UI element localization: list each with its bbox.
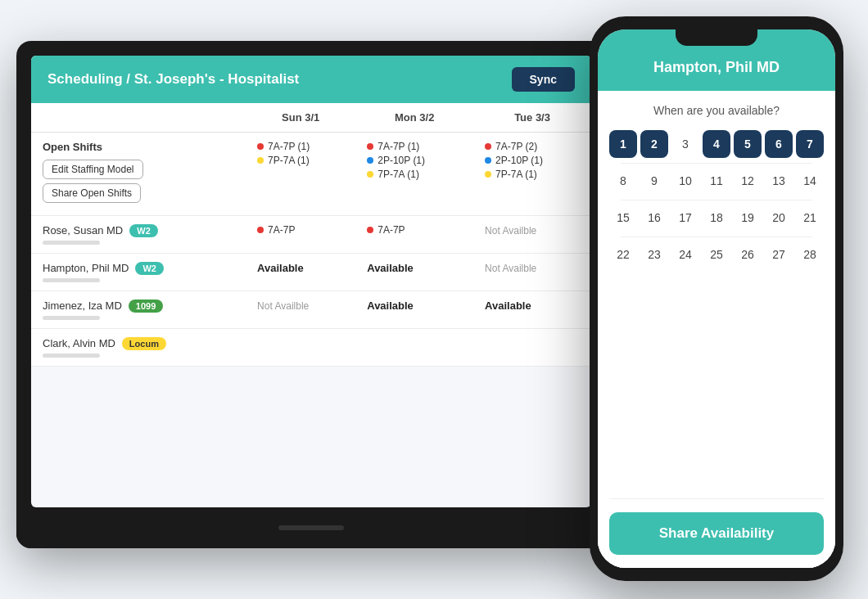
app-header: Scheduling / St. Joseph's - Hospitalist … [31, 56, 591, 103]
calendar-day[interactable]: 4 [703, 130, 730, 158]
shift-line: 2P-10P (1) [367, 155, 462, 166]
open-shifts-label: Open Shifts [43, 141, 234, 153]
calendar-week: 22232425262728 [609, 241, 824, 268]
calendar-day[interactable]: 28 [796, 241, 824, 268]
shift-line: 2P-10P (1) [485, 155, 580, 166]
calendar-day[interactable]: 6 [765, 130, 793, 158]
provider-row: Clark, Alvin MDLocum [31, 329, 591, 367]
provider-schedule-cell [355, 329, 473, 367]
available-label: Available [367, 262, 414, 274]
share-open-shifts-button[interactable]: Share Open Shifts [43, 183, 141, 203]
calendar-day[interactable]: 22 [609, 241, 637, 268]
phone-screen: Hampton, Phil MD When are you available?… [598, 29, 835, 568]
laptop-chin-bar [278, 525, 344, 530]
provider-name-cell: Jimenez, Iza MD1099 [31, 291, 246, 329]
yellow-dot-icon [367, 171, 373, 178]
red-dot-icon [485, 143, 491, 150]
shift-text: 7A-7P (1) [268, 141, 310, 152]
calendar-day[interactable]: 2 [640, 130, 668, 158]
provider-badge: Locum [122, 337, 166, 350]
app-title: Scheduling / St. Joseph's - Hospitalist [47, 71, 299, 88]
calendar-day[interactable]: 18 [703, 204, 730, 232]
name-bar [43, 316, 100, 320]
calendar-day[interactable]: 17 [671, 204, 699, 232]
calendar: 1234567891011121314151617181920212223242… [598, 124, 835, 495]
red-dot-icon [367, 227, 373, 233]
not-available-label: Not Availble [485, 225, 536, 236]
open-shifts-cell: Open Shifts Edit Staffing Model Share Op… [31, 133, 246, 216]
provider-name: Rose, Susan MD [43, 224, 123, 236]
shift-line: 7P-7A (1) [367, 169, 462, 180]
provider-name: Clark, Alvin MD [43, 337, 115, 349]
calendar-day[interactable]: 20 [765, 204, 793, 232]
available-label: Available [485, 300, 531, 312]
phone-notch [676, 29, 757, 46]
calendar-day[interactable]: 27 [765, 241, 793, 268]
yellow-dot-icon [485, 171, 491, 178]
schedule-table: Sun 3/1 Mon 3/2 Tue 3/3 Open Shifts Edit… [31, 103, 591, 367]
yellow-dot-icon [257, 157, 264, 164]
shift-line: 7A-7P (1) [367, 141, 462, 152]
shift-text: 7P-7A (1) [495, 169, 537, 180]
shift-text: 7P-7A (1) [268, 155, 310, 166]
col-mon: Mon 3/2 [355, 103, 473, 133]
blue-dot-icon [367, 157, 373, 164]
shift-text: 7P-7A (1) [377, 169, 419, 180]
blue-dot-icon [485, 157, 491, 164]
calendar-day[interactable]: 24 [671, 241, 699, 268]
shift-line: 7P-7A (1) [257, 155, 344, 166]
calendar-day[interactable]: 12 [734, 167, 762, 195]
calendar-week: 1234567 [609, 130, 824, 158]
provider-name-cell: Clark, Alvin MDLocum [31, 329, 246, 367]
open-shifts-row: Open Shifts Edit Staffing Model Share Op… [31, 133, 591, 216]
provider-row: Hampton, Phil MDW2AvailableAvailableNot … [31, 254, 591, 291]
edit-staffing-button[interactable]: Edit Staffing Model [43, 160, 143, 179]
phone-footer: Share Availability [598, 502, 835, 568]
provider-schedule-cell [246, 329, 355, 367]
provider-badge: W2 [129, 224, 158, 237]
red-dot-icon [367, 143, 373, 150]
calendar-day[interactable]: 15 [609, 204, 637, 232]
calendar-day[interactable]: 1 [609, 130, 637, 158]
provider-schedule-cell: Available [473, 291, 591, 329]
shift-label: 7A-7P [377, 224, 405, 236]
shift-line: 7A-7P (2) [485, 141, 580, 152]
calendar-day[interactable]: 26 [734, 241, 762, 268]
provider-name-cell: Hampton, Phil MDW2 [31, 254, 246, 291]
calendar-day[interactable]: 10 [671, 167, 699, 195]
shift-label: 7A-7P [268, 224, 295, 236]
provider-schedule-cell: Not Availble [246, 291, 355, 329]
calendar-day[interactable]: 8 [609, 167, 637, 195]
provider-schedule-cell [473, 329, 591, 367]
not-available-label: Not Availble [257, 300, 309, 312]
calendar-day[interactable]: 13 [765, 167, 793, 195]
week-divider [621, 163, 812, 164]
calendar-day[interactable]: 25 [703, 241, 730, 268]
calendar-day[interactable]: 23 [640, 241, 668, 268]
name-bar [43, 354, 100, 358]
shift-text: 7A-7P (2) [495, 141, 537, 152]
calendar-day[interactable]: 7 [796, 130, 824, 158]
phone-subtitle: When are you available? [598, 91, 835, 124]
red-dot-icon [257, 227, 264, 233]
calendar-day[interactable]: 21 [796, 204, 824, 232]
provider-name-cell: Rose, Susan MDW2 [31, 216, 246, 254]
provider-schedule-cell: 7A-7P [355, 216, 473, 254]
provider-name: Jimenez, Iza MD [43, 300, 122, 312]
laptop: Scheduling / St. Joseph's - Hospitalist … [16, 41, 606, 548]
not-available-label: Not Availble [485, 263, 536, 274]
calendar-day[interactable]: 9 [640, 167, 668, 195]
calendar-day[interactable]: 11 [703, 167, 730, 195]
calendar-day[interactable]: 3 [671, 130, 699, 158]
name-bar [43, 241, 100, 245]
calendar-day[interactable]: 5 [734, 130, 762, 158]
share-availability-button[interactable]: Share Availability [609, 512, 824, 555]
provider-schedule-cell: 7A-7P [246, 216, 355, 254]
shift-line: 7P-7A (1) [485, 169, 580, 180]
calendar-day[interactable]: 14 [796, 167, 824, 195]
week-divider [621, 200, 812, 200]
calendar-day[interactable]: 19 [734, 204, 762, 232]
calendar-week: 891011121314 [609, 167, 824, 195]
sync-button[interactable]: Sync [512, 67, 575, 92]
calendar-day[interactable]: 16 [640, 204, 668, 232]
